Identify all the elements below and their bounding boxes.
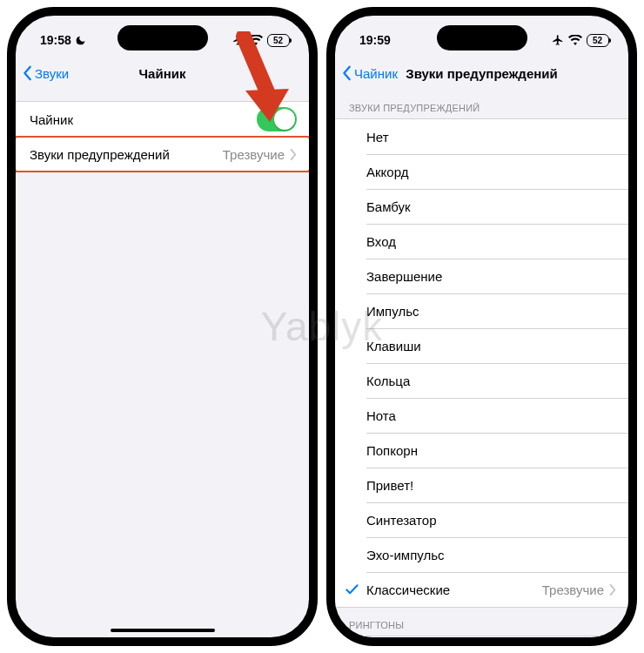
cell-label: Завершение xyxy=(366,269,442,284)
cell-label: Клавиши xyxy=(366,339,421,353)
home-indicator xyxy=(111,629,215,632)
section-header-alert-sounds: Звуки предупреждений xyxy=(335,91,628,118)
dnd-moon-icon xyxy=(75,35,86,46)
sound-row[interactable]: Вход xyxy=(335,224,628,259)
dynamic-island xyxy=(437,25,527,50)
cell-label: Эхо-импульс xyxy=(366,548,445,562)
back-label: Чайник xyxy=(354,66,398,81)
toggle-row-chainik[interactable]: Чайник xyxy=(16,102,309,137)
cell-label: Нота xyxy=(366,408,396,423)
cell-label: Классические xyxy=(366,582,450,597)
status-time: 19:58 xyxy=(40,33,71,47)
classic-sounds-row[interactable]: КлассическиеТрезвучие xyxy=(335,572,628,607)
cell-detail: Трезвучие xyxy=(542,582,604,597)
toggle-switch[interactable] xyxy=(257,107,297,131)
sound-row[interactable]: Завершение xyxy=(335,259,628,293)
ringtone-row[interactable]: Апекс xyxy=(335,636,628,646)
cell-label: Чайник xyxy=(30,112,73,127)
sound-row[interactable]: Нет xyxy=(335,119,628,154)
airplane-icon xyxy=(232,34,245,46)
wifi-icon xyxy=(568,35,582,45)
cell-detail: Трезвучие xyxy=(223,147,285,162)
chevron-right-icon xyxy=(290,149,297,160)
dynamic-island xyxy=(117,25,208,50)
cell-label: Импульс xyxy=(366,304,419,319)
airplane-icon xyxy=(552,34,564,46)
cell-label: Нет xyxy=(366,130,389,145)
sound-row[interactable]: Кольца xyxy=(335,363,628,398)
cell-label: Попкорн xyxy=(366,443,418,458)
nav-bar: Чайник Звуки предупреждений xyxy=(335,56,628,91)
sound-row[interactable]: Нота xyxy=(335,398,628,433)
cell-label: Кольца xyxy=(366,374,410,388)
status-time: 19:59 xyxy=(359,33,391,47)
cell-label: Вход xyxy=(366,234,396,249)
checkmark-icon xyxy=(345,583,359,596)
back-label: Звуки xyxy=(35,66,69,81)
nav-bar: Звуки Чайник xyxy=(16,56,309,91)
cell-label: Аккорд xyxy=(366,165,408,179)
cell-label: Бамбук xyxy=(366,199,411,214)
sound-row[interactable]: Аккорд xyxy=(335,154,628,189)
cell-label: Звуки предупреждений xyxy=(30,147,170,162)
sound-row[interactable]: Привет! xyxy=(335,468,628,502)
sound-row[interactable]: Клавиши xyxy=(335,328,628,363)
chevron-right-icon xyxy=(609,584,616,596)
battery-indicator: 52 xyxy=(267,34,290,47)
battery-indicator: 52 xyxy=(587,34,609,47)
alert-sounds-row[interactable]: Звуки предупреждений Трезвучие xyxy=(16,137,309,172)
sound-row[interactable]: Импульс xyxy=(335,293,628,328)
sound-row[interactable]: Эхо-импульс xyxy=(335,537,628,572)
sound-row[interactable]: Синтезатор xyxy=(335,502,628,537)
sound-row[interactable]: Попкорн xyxy=(335,433,628,468)
wifi-icon xyxy=(249,35,263,45)
back-button[interactable]: Чайник xyxy=(342,65,398,81)
back-button[interactable]: Звуки xyxy=(23,65,69,81)
section-header-ringtones: Рингтоны xyxy=(335,608,628,636)
sound-row[interactable]: Бамбук xyxy=(335,189,628,224)
phone-right: 19:59 52 Чайник Звуки предупреждений Зву… xyxy=(326,7,637,646)
cell-label: Синтезатор xyxy=(366,513,437,528)
cell-label: Привет! xyxy=(366,478,413,493)
phone-left: 19:58 52 Звуки Чайник Чайник xyxy=(7,7,318,646)
